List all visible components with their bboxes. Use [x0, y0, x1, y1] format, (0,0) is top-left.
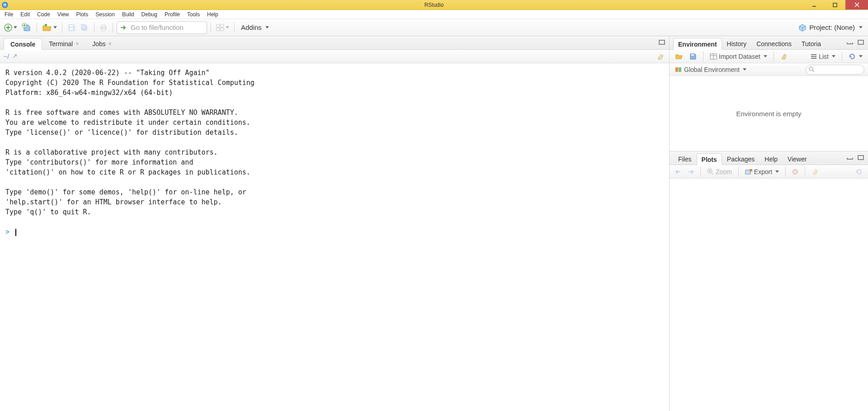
grid-icon [216, 24, 224, 31]
refresh-icon [855, 168, 863, 175]
folder-open-icon [42, 24, 52, 32]
pane-maximize-button[interactable] [657, 38, 666, 46]
tab-history[interactable]: History [722, 38, 752, 49]
menu-profile[interactable]: Profile [161, 10, 184, 19]
toolbar-divider [234, 23, 235, 33]
svg-rect-34 [745, 170, 750, 174]
new-file-button[interactable] [3, 22, 19, 33]
menu-session[interactable]: Session [92, 10, 118, 19]
menu-debug[interactable]: Debug [138, 10, 161, 19]
tab-environment[interactable]: Environment [673, 38, 722, 50]
pane-maximize-button[interactable] [856, 38, 865, 46]
save-button[interactable] [66, 22, 77, 33]
environment-scope-button[interactable]: Global Environment [673, 64, 748, 75]
plot-clear-all-button[interactable] [810, 166, 821, 177]
import-dataset-button[interactable]: Import Dataset [708, 51, 769, 62]
tab-packages[interactable]: Packages [722, 153, 760, 165]
tab-tutoria[interactable]: Tutoria [797, 38, 826, 49]
popup-arrow-icon[interactable] [12, 54, 18, 59]
remove-icon [792, 169, 798, 175]
environment-toolbar: Import Dataset List [670, 50, 868, 63]
environment-body: Environment is empty [670, 76, 868, 151]
tab-label: Viewer [788, 156, 807, 163]
list-icon [811, 54, 817, 59]
print-button[interactable] [98, 22, 109, 33]
menu-code[interactable]: Code [33, 10, 54, 19]
svg-rect-15 [217, 24, 220, 27]
tab-plots[interactable]: Plots [697, 153, 722, 165]
tab-connections[interactable]: Connections [751, 38, 797, 49]
tab-jobs[interactable]: Jobs× [85, 38, 118, 49]
menu-edit[interactable]: Edit [17, 10, 33, 19]
tab-console[interactable]: Console [4, 38, 42, 50]
clear-environment-button[interactable] [778, 51, 790, 62]
toolbar-divider [113, 23, 113, 33]
tab-help[interactable]: Help [760, 153, 783, 165]
plot-prev-button[interactable] [673, 166, 683, 177]
plot-refresh-button[interactable] [854, 166, 864, 177]
window-maximize-button[interactable] [825, 0, 845, 9]
svg-rect-14 [102, 28, 105, 31]
clear-console-icon[interactable] [656, 52, 665, 61]
plot-body [670, 179, 868, 411]
svg-rect-18 [221, 28, 224, 31]
menu-plots[interactable]: Plots [73, 10, 92, 19]
menu-view[interactable]: View [54, 10, 73, 19]
plus-circle-icon [4, 24, 12, 32]
svg-rect-11 [70, 28, 73, 30]
plot-export-button[interactable]: Export [743, 166, 781, 177]
menu-tools[interactable]: Tools [184, 10, 203, 19]
folder-open-icon [675, 53, 683, 60]
addins-menu[interactable]: Addins [238, 24, 272, 31]
project-cube-icon [798, 24, 807, 32]
environment-search-input[interactable] [806, 65, 864, 75]
tab-label: Plots [702, 156, 717, 163]
plot-zoom-label: Zoom [716, 168, 732, 175]
tab-label: Jobs [92, 40, 106, 47]
menu-help[interactable]: Help [203, 10, 222, 19]
chevron-down-icon [743, 68, 746, 71]
tab-terminal[interactable]: Terminal× [42, 38, 85, 49]
grid-button[interactable] [215, 22, 231, 33]
refresh-environment-button[interactable] [847, 51, 864, 62]
window-minimize-button[interactable] [804, 0, 825, 9]
environment-pane-tabs: EnvironmentHistoryConnectionsTutoria [670, 36, 868, 50]
project-label: Project: (None) [809, 24, 855, 31]
tab-label: Connections [756, 40, 792, 47]
plot-remove-button[interactable] [790, 166, 800, 177]
open-file-button[interactable] [41, 22, 58, 33]
goto-file-function-input[interactable]: Go to file/function [117, 21, 207, 34]
pane-minimize-button[interactable] [845, 38, 854, 46]
refresh-icon [849, 53, 856, 60]
menu-file[interactable]: File [1, 10, 17, 19]
toolbar-divider [785, 167, 786, 177]
save-all-button[interactable] [79, 22, 90, 33]
console-output[interactable]: R version 4.0.2 (2020-06-22) -- "Taking … [0, 63, 669, 411]
view-mode-button[interactable]: List [809, 51, 837, 62]
new-project-button[interactable] [20, 22, 33, 33]
menu-build[interactable]: Build [118, 10, 138, 19]
chevron-down-icon [859, 26, 863, 28]
close-icon[interactable]: × [75, 41, 79, 47]
tab-files[interactable]: Files [673, 153, 697, 165]
window-close-button[interactable] [845, 0, 868, 9]
window-title: RStudio [425, 2, 444, 8]
save-workspace-button[interactable] [688, 51, 698, 62]
print-icon [99, 24, 108, 31]
app-icon: R [2, 2, 8, 8]
cube-plus-icon [22, 23, 32, 32]
toolbar-divider [805, 167, 805, 177]
tab-viewer[interactable]: Viewer [783, 153, 812, 165]
plot-zoom-button[interactable]: Zoom [705, 166, 734, 177]
load-workspace-button[interactable] [673, 51, 685, 62]
working-directory[interactable]: ~/ [4, 53, 9, 60]
close-icon[interactable]: × [108, 41, 112, 47]
svg-rect-19 [691, 54, 694, 56]
tab-label: Environment [678, 41, 717, 48]
project-menu[interactable]: Project: (None) [796, 24, 865, 32]
plot-next-button[interactable] [686, 166, 696, 177]
svg-rect-27 [679, 67, 681, 72]
pane-minimize-button[interactable] [845, 153, 854, 161]
broom-icon [811, 168, 820, 175]
pane-maximize-button[interactable] [856, 153, 865, 161]
